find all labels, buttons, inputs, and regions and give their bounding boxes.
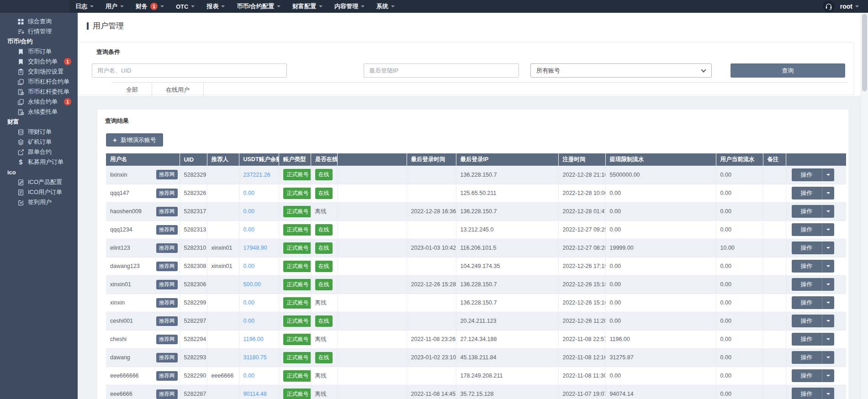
balance-link[interactable]: 90114.48: [243, 391, 267, 397]
recommend-network-badge[interactable]: 推荐网: [156, 371, 178, 381]
action-split-button[interactable]: 操作: [792, 260, 834, 273]
action-dropdown-toggle[interactable]: [822, 260, 834, 273]
action-dropdown-toggle[interactable]: [822, 205, 834, 218]
action-split-button[interactable]: 操作: [792, 315, 834, 327]
recommend-network-badge[interactable]: 推荐网: [156, 207, 178, 216]
action-split-button[interactable]: 操作: [792, 388, 834, 399]
nav-item-6[interactable]: 币币/合约配置: [231, 0, 286, 13]
balance-link[interactable]: 0.00: [243, 373, 254, 379]
balance-link[interactable]: 31180.75: [243, 354, 267, 361]
recommend-network-badge[interactable]: 推荐网: [156, 335, 178, 344]
username-uid-input[interactable]: [92, 63, 287, 78]
support-headset-button[interactable]: [823, 0, 835, 12]
action-dropdown-toggle[interactable]: [822, 187, 834, 200]
sidebar-item-永续委托单[interactable]: 永续委托单: [0, 107, 78, 117]
sidebar-item-签到用户[interactable]: 签到用户: [0, 197, 78, 207]
last-login-ip-input[interactable]: [364, 63, 519, 78]
action-button[interactable]: 操作: [792, 351, 822, 364]
sidebar-item-ICO产品配置[interactable]: ICO产品配置: [0, 177, 78, 187]
sidebar-item-永续合约单[interactable]: 永续合约单1: [0, 97, 78, 107]
action-dropdown-toggle[interactable]: [822, 351, 834, 364]
query-button[interactable]: 查询: [730, 63, 845, 78]
recommend-network-badge[interactable]: 推荐网: [156, 170, 178, 179]
action-dropdown-toggle[interactable]: [822, 315, 834, 327]
recommend-network-badge[interactable]: 推荐网: [156, 389, 178, 399]
sidebar-item-币币杠杆委托单[interactable]: 币币杠杆委托单: [0, 87, 78, 97]
sidebar-item-币币订单[interactable]: 币币订单: [0, 47, 78, 57]
add-demo-account-button[interactable]: + 新增演示账号: [106, 133, 163, 147]
balance-link[interactable]: 1196.00: [243, 336, 264, 342]
action-split-button[interactable]: 操作: [792, 278, 834, 291]
action-dropdown-toggle[interactable]: [822, 296, 834, 309]
action-split-button[interactable]: 操作: [792, 205, 834, 218]
user-menu[interactable]: root: [840, 3, 859, 10]
nav-item-9[interactable]: 系统: [370, 0, 401, 13]
recommend-network-badge[interactable]: 推荐网: [156, 243, 178, 253]
action-button[interactable]: 操作: [792, 369, 822, 382]
balance-link[interactable]: 0.00: [243, 263, 254, 269]
action-dropdown-toggle[interactable]: [822, 369, 834, 382]
balance-link[interactable]: 0.00: [243, 226, 254, 233]
action-split-button[interactable]: 操作: [792, 296, 834, 309]
nav-item-8[interactable]: 内容管理: [328, 0, 370, 13]
nav-item-5[interactable]: 报表: [201, 0, 231, 13]
nav-item-2[interactable]: 用户: [100, 0, 130, 13]
action-split-button[interactable]: 操作: [792, 187, 834, 200]
sidebar-item-跟单合约[interactable]: 跟单合约: [0, 147, 78, 157]
balance-link[interactable]: 17948.90: [243, 245, 267, 251]
action-split-button[interactable]: 操作: [792, 333, 834, 346]
action-split-button[interactable]: 操作: [792, 351, 834, 364]
action-button[interactable]: 操作: [792, 223, 822, 236]
action-split-button[interactable]: 操作: [792, 223, 834, 236]
action-split-button[interactable]: 操作: [792, 168, 834, 181]
nav-item-4[interactable]: OTC: [170, 0, 201, 13]
recommend-network-badge[interactable]: 推荐网: [156, 262, 178, 271]
action-dropdown-toggle[interactable]: [822, 333, 834, 346]
action-button[interactable]: 操作: [792, 278, 822, 291]
sidebar-item-综合查询[interactable]: 综合查询: [0, 16, 78, 26]
balance-link[interactable]: 0.00: [243, 299, 254, 306]
balance-link[interactable]: 500.00: [243, 281, 261, 288]
account-type-select[interactable]: 所有账号: [530, 63, 712, 78]
action-dropdown-toggle[interactable]: [822, 168, 834, 181]
recommend-network-badge[interactable]: 推荐网: [156, 280, 178, 289]
action-button[interactable]: 操作: [792, 168, 822, 181]
sidebar-item-行情管理[interactable]: 行情管理: [0, 26, 78, 37]
vertical-scrollbar[interactable]: [861, 13, 868, 399]
action-button[interactable]: 操作: [792, 205, 822, 218]
sidebar-item-ICO用户订单[interactable]: ICO用户订单: [0, 187, 78, 197]
sidebar-item-理财订单[interactable]: 理财订单: [0, 127, 78, 137]
sidebar-item-私募用户订单[interactable]: $私募用户订单: [0, 157, 78, 167]
recommend-network-badge[interactable]: 推荐网: [156, 189, 178, 198]
balance-link[interactable]: 237221.26: [243, 172, 270, 178]
recommend-network-badge[interactable]: 推荐网: [156, 353, 178, 362]
action-dropdown-toggle[interactable]: [822, 223, 834, 236]
action-dropdown-toggle[interactable]: [822, 278, 834, 291]
tab-online-users[interactable]: 在线用户: [152, 83, 204, 97]
action-button[interactable]: 操作: [792, 388, 822, 399]
sidebar-item-交割场控设置[interactable]: 交割场控设置: [0, 67, 78, 77]
balance-link[interactable]: 0.00: [243, 318, 254, 324]
balance-link[interactable]: 0.00: [243, 208, 254, 215]
sidebar-item-矿机订单[interactable]: 矿机订单: [0, 137, 78, 147]
action-button[interactable]: 操作: [792, 260, 822, 273]
action-split-button[interactable]: 操作: [792, 242, 834, 254]
nav-item-1[interactable]: 日志: [69, 0, 100, 13]
action-dropdown-toggle[interactable]: [822, 242, 834, 254]
tab-all[interactable]: 全部: [112, 83, 152, 97]
action-button[interactable]: 操作: [792, 315, 822, 327]
balance-link[interactable]: 0.00: [243, 190, 254, 196]
sidebar-item-交割合约单[interactable]: 交割合约单1: [0, 57, 78, 67]
scrollbar-thumb[interactable]: [862, 14, 867, 91]
action-button[interactable]: 操作: [792, 242, 822, 254]
nav-item-7[interactable]: 财富配置: [286, 0, 328, 13]
sidebar-item-币币杠杆合约单[interactable]: 币币杠杆合约单: [0, 77, 78, 87]
action-dropdown-toggle[interactable]: [822, 388, 834, 399]
recommend-network-badge[interactable]: 推荐网: [156, 298, 178, 308]
action-button[interactable]: 操作: [792, 333, 822, 346]
action-split-button[interactable]: 操作: [792, 369, 834, 382]
action-button[interactable]: 操作: [792, 187, 822, 200]
recommend-network-badge[interactable]: 推荐网: [156, 316, 178, 326]
nav-item-3[interactable]: 财务1: [130, 0, 170, 13]
action-button[interactable]: 操作: [792, 296, 822, 309]
